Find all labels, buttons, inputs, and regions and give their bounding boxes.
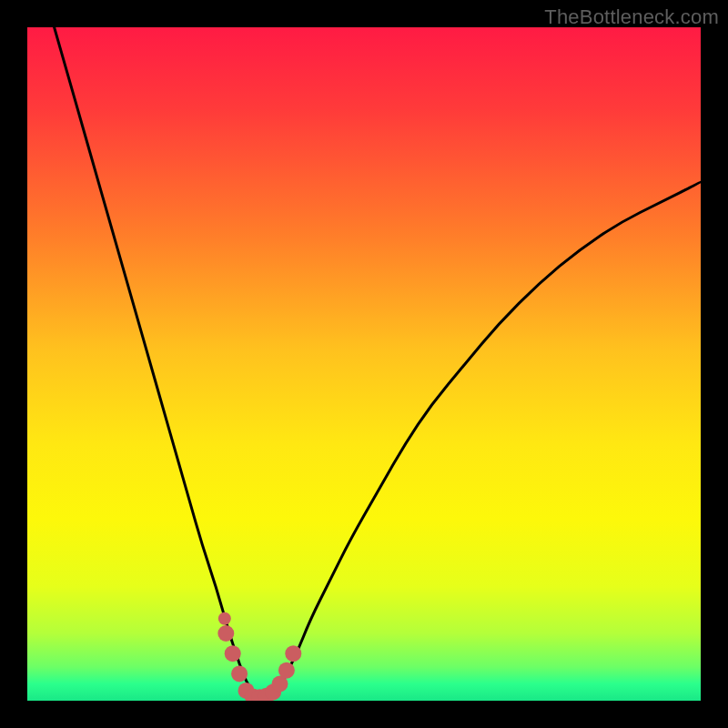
watermark-text: TheBottleneck.com: [544, 5, 719, 29]
plot-area: [27, 27, 701, 701]
marker-dot: [231, 665, 248, 682]
marker-dot: [218, 612, 231, 625]
marker-dot: [285, 645, 301, 662]
marker-dot: [217, 625, 234, 642]
gradient-background: [27, 27, 701, 701]
marker-dot: [225, 645, 241, 662]
chart-svg: [27, 27, 701, 701]
chart-frame: TheBottleneck.com: [0, 0, 728, 728]
marker-dot: [278, 662, 295, 679]
